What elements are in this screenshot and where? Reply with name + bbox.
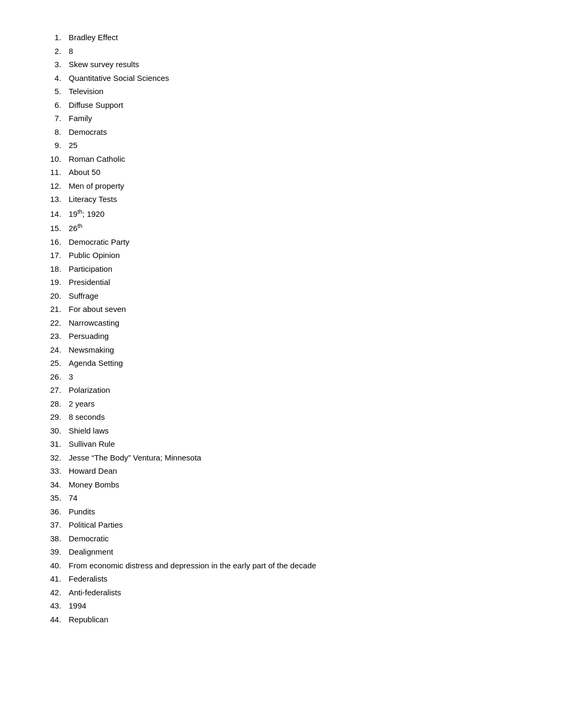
list-item: Newsmaking xyxy=(63,344,519,356)
list-item: Quantitative Social Sciences xyxy=(63,72,519,85)
list-item: Republican xyxy=(63,614,519,626)
list-item: 8 xyxy=(63,45,519,58)
list-item: 2 years xyxy=(63,398,519,410)
list-item: Shield laws xyxy=(63,425,519,437)
list-item: From economic distress and depression in… xyxy=(63,560,519,572)
list-item: Television xyxy=(63,86,519,98)
list-item: Pundits xyxy=(63,506,519,518)
answer-list: Bradley Effect8Skew survey resultsQuanti… xyxy=(42,32,519,625)
list-item: Diffuse Support xyxy=(63,99,519,112)
list-item: 1994 xyxy=(63,600,519,612)
list-item: 8 seconds xyxy=(63,411,519,423)
list-item: For about seven xyxy=(63,303,519,316)
list-item: Political Parties xyxy=(63,519,519,531)
list-item: Presidential xyxy=(63,277,519,289)
list-item: Agenda Setting xyxy=(63,357,519,370)
list-item: Polarization xyxy=(63,384,519,397)
list-item: 3 xyxy=(63,371,519,383)
list-item: Anti-federalists xyxy=(63,587,519,599)
list-item: About 50 xyxy=(63,167,519,179)
list-item: Family xyxy=(63,113,519,125)
list-item: Bradley Effect xyxy=(63,32,519,44)
list-item: Skew survey results xyxy=(63,59,519,71)
list-item: Roman Catholic xyxy=(63,153,519,165)
list-item: Democrats xyxy=(63,126,519,139)
list-item: 26th xyxy=(63,222,519,235)
list-item: Jesse “The Body” Ventura; Minnesota xyxy=(63,452,519,464)
list-item: 25 xyxy=(63,140,519,152)
list-item: Sullivan Rule xyxy=(63,438,519,450)
list-item: Public Opinion xyxy=(63,250,519,262)
list-item: Federalists xyxy=(63,573,519,585)
list-item: Suffrage xyxy=(63,290,519,302)
list-item: Men of property xyxy=(63,180,519,192)
list-item: Literacy Tests xyxy=(63,193,519,206)
list-item: Persuading xyxy=(63,330,519,343)
list-item: Money Bombs xyxy=(63,479,519,491)
list-item: Democratic xyxy=(63,533,519,545)
list-item: Howard Dean xyxy=(63,465,519,477)
list-item: 74 xyxy=(63,492,519,504)
list-item: 19th; 1920 xyxy=(63,207,519,220)
list-item: Narrowcasting xyxy=(63,317,519,329)
list-item: Participation xyxy=(63,263,519,275)
list-item: Dealignment xyxy=(63,546,519,558)
list-item: Democratic Party xyxy=(63,236,519,248)
